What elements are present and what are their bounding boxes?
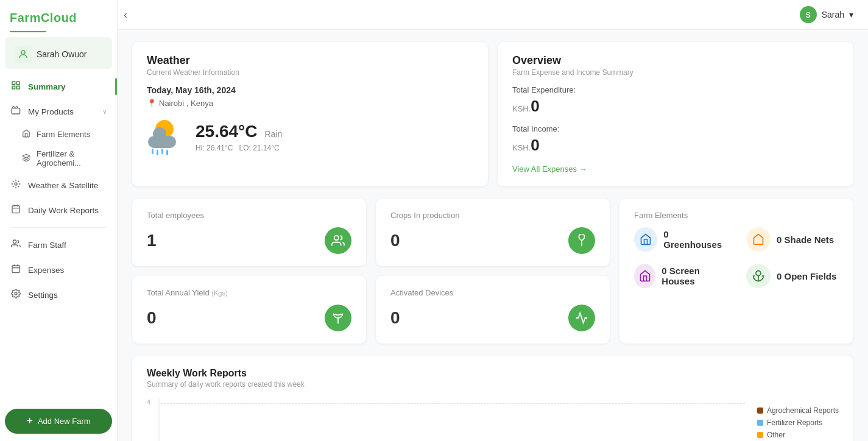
weather-temp-area: 25.64°C Rain Hi: 26.41°C LO: 21.14°C <box>196 122 282 152</box>
sidebar-item-label: Summary <box>28 82 66 91</box>
sidebar-item-settings[interactable]: Settings <box>0 283 117 307</box>
greenhouses-icon <box>634 227 657 252</box>
add-new-farm-button[interactable]: + Add New Farm <box>5 409 112 434</box>
total-income-amount: KSH.0 <box>512 136 839 155</box>
weather-range: Hi: 26.41°C LO: 21.14°C <box>196 144 282 152</box>
greenhouses-label: Greenhouses <box>663 239 722 250</box>
stats-and-farm-elements: Total employees 1 Crops In production 0 <box>132 199 853 344</box>
yield-unit: (Kgs) <box>211 289 227 297</box>
stat-row: 0 <box>390 227 595 254</box>
sidebar-item-my-products[interactable]: My Products ∨ <box>0 99 117 124</box>
nav-divider <box>10 227 107 228</box>
my-products-icon <box>10 105 22 118</box>
sidebar-item-weather-satellite[interactable]: Weather & Satellite <box>0 173 117 197</box>
weather-main: 25.64°C Rain Hi: 26.41°C LO: 21.14°C <box>147 118 473 157</box>
topbar-user-name: Sarah <box>822 10 844 19</box>
svg-rect-1 <box>12 82 15 85</box>
overview-title: Overview <box>512 54 839 67</box>
expenses-icon <box>10 264 22 276</box>
sidebar-subitem-label: Fertilizer & Agrochemi... <box>37 149 107 168</box>
fe-item-screen-houses: 0 Screen Houses <box>634 264 727 288</box>
sidebar-item-farm-elements[interactable]: Farm Elements <box>0 124 117 144</box>
weather-temperature: 25.64°C <box>196 122 258 141</box>
logo-underline <box>10 31 46 32</box>
settings-icon <box>10 289 22 301</box>
devices-button[interactable] <box>568 305 595 331</box>
sidebar-item-daily-work-reports[interactable]: Daily Work Reports <box>0 198 117 222</box>
total-employees-card: Total employees 1 <box>132 199 366 266</box>
sidebar-user-icon <box>15 46 32 63</box>
weather-condition: Rain <box>265 129 283 139</box>
screen-houses-label: Screen Houses <box>662 266 700 286</box>
agrochemical-legend-label: Agrochemical Reports <box>767 406 839 415</box>
weather-card: Weather Current Weather Information Toda… <box>132 42 488 186</box>
total-employees-label: Total employees <box>147 211 351 220</box>
legend-item-agrochemical: Agrochemical Reports <box>757 406 839 415</box>
legend-item-fertilizer: Fertilizer Reports <box>757 418 839 427</box>
total-expenditure-amount: KSH.0 <box>512 97 839 116</box>
avatar: S <box>800 6 817 23</box>
other-legend-dot <box>757 432 763 438</box>
weather-location-text: Nairobi , Kenya <box>159 99 213 108</box>
svg-point-16 <box>15 292 17 295</box>
activated-devices-label: Activated Devices <box>390 288 595 297</box>
location-pin-icon: 📍 <box>147 99 157 108</box>
crops-button[interactable] <box>568 227 595 254</box>
fertilizer-legend-label: Fertilizer Reports <box>767 418 822 427</box>
greenhouses-count: 0 Greenhouses <box>663 229 727 250</box>
shade-nets-icon <box>746 227 771 252</box>
top-row: Weather Current Weather Information Toda… <box>132 42 853 186</box>
legend-item-other: Other <box>757 431 839 439</box>
topbar-user[interactable]: S Sarah ▾ <box>800 6 853 23</box>
weather-title: Weather <box>147 54 473 67</box>
view-all-expenses-link[interactable]: View All Expenses → <box>512 164 587 174</box>
activated-devices-card: Activated Devices 0 <box>376 276 610 344</box>
weather-hi: Hi: 26.41°C <box>196 144 233 152</box>
yield-button[interactable] <box>325 305 351 331</box>
summary-icon <box>10 80 22 93</box>
fe-item-greenhouses: 0 Greenhouses <box>634 227 727 252</box>
agrochemical-legend-dot <box>757 407 763 414</box>
weekly-reports-title: Weekly Work Reports <box>147 368 839 379</box>
svg-point-6 <box>15 183 17 185</box>
open-fields-text: 0 Open Fields <box>777 271 836 281</box>
screen-houses-icon <box>634 264 655 288</box>
sidebar-item-expenses[interactable]: Expenses <box>0 258 117 282</box>
sidebar-subitem-label: Farm Elements <box>37 130 90 139</box>
income-value: 0 <box>531 136 539 154</box>
svg-point-11 <box>13 240 16 243</box>
topbar: ‹ S Sarah ▾ <box>118 0 868 30</box>
employees-button[interactable] <box>325 227 351 254</box>
svg-rect-5 <box>12 108 19 114</box>
sidebar-item-label: Farm Staff <box>28 241 66 250</box>
sidebar-item-label: Expenses <box>28 266 64 275</box>
collapse-icon: ‹ <box>124 9 127 21</box>
screen-houses-count: 0 Screen Houses <box>662 266 727 286</box>
svg-rect-7 <box>12 206 19 213</box>
sidebar-item-summary[interactable]: Summary <box>0 74 117 99</box>
add-icon: + <box>26 415 33 428</box>
weekly-reports-subtitle: Summary of daily work reports created th… <box>147 380 839 389</box>
svg-rect-12 <box>12 266 19 273</box>
weather-date: Today, May 16th, 2024 <box>147 85 473 95</box>
chart-area: 4 Agrochemical Reports Fertiliz <box>147 398 839 441</box>
svg-rect-4 <box>16 86 19 89</box>
sidebar-collapse-button[interactable]: ‹ <box>124 9 127 21</box>
logo-f: F <box>10 11 18 24</box>
svg-point-17 <box>334 236 339 240</box>
other-legend-label: Other <box>767 431 785 439</box>
sidebar-user[interactable]: Sarah Owuor <box>5 37 112 69</box>
weather-lo: LO: 21.14°C <box>239 144 280 152</box>
sidebar-item-label: Daily Work Reports <box>28 206 99 215</box>
total-employees-value: 1 <box>147 231 157 250</box>
add-farm-label: Add New Farm <box>38 417 91 426</box>
sidebar-item-label: Settings <box>28 291 58 300</box>
total-expenditure-label: Total Expenditure: <box>512 85 839 94</box>
chart-axis <box>158 398 160 441</box>
crops-in-production-label: Crops In production <box>390 211 595 220</box>
expenditure-currency: KSH. <box>512 104 531 113</box>
income-currency: KSH. <box>512 143 531 152</box>
sidebar-item-fertilizer[interactable]: Fertilizer & Agrochemi... <box>0 144 117 172</box>
stat-row: 0 <box>390 305 595 331</box>
sidebar-item-farm-staff[interactable]: Farm Staff <box>0 233 117 257</box>
